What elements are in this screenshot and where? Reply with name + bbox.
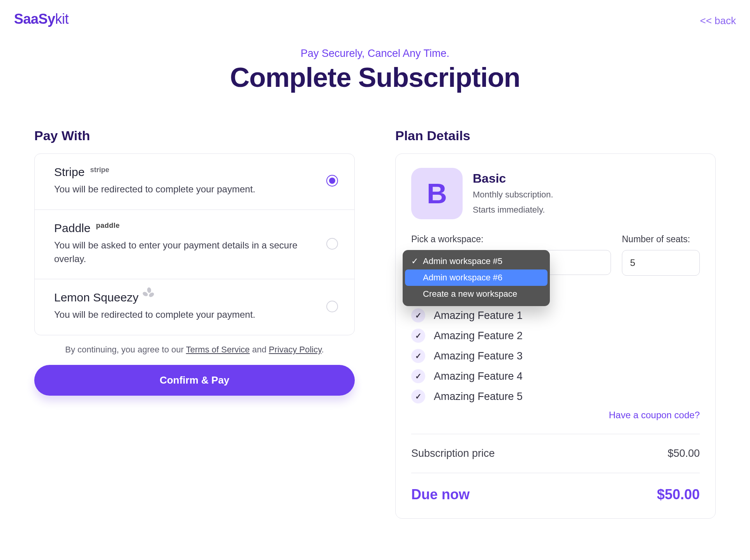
seats-input[interactable] [622,250,700,276]
plan-card: B Basic Monthly subscription. Starts imm… [395,153,716,519]
feature-item: ✓Amazing Feature 1 [411,308,700,322]
confirm-pay-button[interactable]: Confirm & Pay [34,365,355,396]
hero-kicker: Pay Securely, Cancel Any Time. [12,48,738,60]
radio-lemonsqueezy[interactable] [326,301,338,312]
due-label: Due now [411,486,470,503]
brand-light: kit [55,11,69,27]
feature-item: ✓Amazing Feature 4 [411,369,700,383]
feature-text: Amazing Feature 1 [434,310,523,322]
workspace-label: Pick a workspace: [411,234,611,245]
feature-text: Amazing Feature 5 [434,391,523,403]
plan-sub1: Monthly subscription. [473,188,553,201]
plan-details-heading: Plan Details [395,128,716,143]
brand-logo: SaaSykit [14,11,69,27]
subscription-price-row: Subscription price $50.00 [411,447,700,460]
price-value: $50.00 [667,447,700,460]
workspace-option[interactable]: Admin workspace #6 [405,269,548,286]
check-icon: ✓ [410,256,419,266]
feature-text: Amazing Feature 2 [434,330,523,342]
feature-text: Amazing Feature 3 [434,350,523,362]
check-icon: ✓ [411,329,425,343]
check-icon: ✓ [411,389,425,403]
feature-item: ✓Amazing Feature 3 [411,349,700,363]
feature-item: ✓Amazing Feature 2 [411,329,700,343]
check-icon: ✓ [411,369,425,383]
feature-text: Amazing Feature 4 [434,370,523,382]
price-label: Subscription price [411,447,495,460]
privacy-link[interactable]: Privacy Policy [269,345,321,354]
check-icon: ✓ [411,308,425,322]
payment-method-lemonsqueezy[interactable]: Lemon Squeezy You will be redirected to … [35,279,354,335]
plan-name: Basic [473,171,553,186]
agree-line: By continuing, you agree to our Terms of… [34,345,355,355]
topbar: SaaSykit << back [12,11,738,27]
payment-method-paddle[interactable]: Paddle paddle You will be asked to enter… [35,210,354,280]
workspace-option-label: Admin workspace #6 [423,273,502,283]
method-desc: You will be redirected to complete your … [54,308,317,322]
check-icon: ✓ [411,349,425,363]
pay-with-heading: Pay With [34,128,355,143]
workspace-option-label: Admin workspace #5 [423,256,502,266]
radio-stripe[interactable] [326,175,338,187]
method-title: Lemon Squeezy [54,291,139,304]
divider [411,434,700,434]
seats-label: Number of seats: [622,234,700,245]
workspace-option[interactable]: Create a new workspace [405,286,548,302]
payment-method-stripe[interactable]: Stripe stripe You will be redirected to … [35,154,354,210]
stripe-wordmark-icon: stripe [90,166,109,173]
due-value: $50.00 [657,486,700,503]
payment-methods: Stripe stripe You will be redirected to … [34,153,355,335]
coupon-link[interactable]: Have a coupon code? [609,410,700,420]
due-now-row: Due now $50.00 [411,486,700,503]
back-link[interactable]: << back [700,15,736,27]
plan-sub2: Starts immediately. [473,203,553,216]
method-title: Stripe [54,166,85,179]
agree-post: . [322,345,324,354]
method-desc: You will be redirected to complete your … [54,183,317,196]
radio-paddle[interactable] [326,238,338,250]
workspace-option-label: Create a new workspace [423,289,517,299]
tos-link[interactable]: Terms of Service [186,345,250,354]
plan-badge: B [411,168,463,219]
feature-item: ✓Amazing Feature 5 [411,389,700,403]
divider [411,473,700,473]
agree-pre: By continuing, you agree to our [65,345,186,354]
feature-list: ✓Amazing Feature 1 ✓Amazing Feature 2 ✓A… [411,308,700,403]
method-desc: You will be asked to enter your payment … [54,239,317,266]
lemonsqueezy-icon [144,288,155,299]
method-title: Paddle [54,222,90,235]
workspace-dropdown: ✓ Admin workspace #5 Admin workspace #6 [403,250,550,306]
brand-bold: SaaSy [14,11,55,27]
agree-mid: and [250,345,269,354]
paddle-wordmark-icon: paddle [96,222,120,230]
page-title: Complete Subscription [12,62,738,93]
hero: Pay Securely, Cancel Any Time. Complete … [12,48,738,93]
workspace-option[interactable]: ✓ Admin workspace #5 [405,253,548,269]
